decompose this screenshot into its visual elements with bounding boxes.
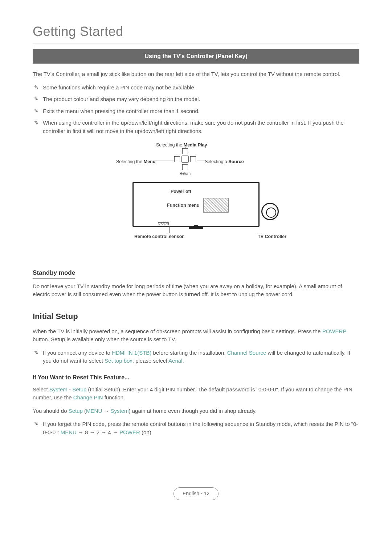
label-function-menu: Function menu: [167, 202, 200, 209]
tv-controller-icon: [261, 203, 279, 220]
note-item: When using the controller in the up/down…: [33, 119, 359, 135]
function-menu-icon: [203, 198, 229, 213]
note-item: If you forget the PIN code, press the re…: [33, 420, 359, 436]
keyword-settop: Set-top box: [105, 358, 132, 364]
leader-line: [169, 226, 170, 233]
reset-notes: If you forget the PIN code, press the re…: [33, 420, 359, 436]
standby-heading: Standby mode: [33, 268, 75, 279]
text-run: ) again at home even though you did in s…: [129, 408, 257, 414]
tv-stand-icon: [189, 227, 203, 229]
pad-right-icon: [190, 156, 196, 162]
keyword-menu: MENU: [86, 408, 102, 414]
text-run: button. Setup is available only when the…: [33, 336, 176, 342]
note-item: Exits the menu when pressing the control…: [33, 107, 359, 116]
keyword-power: POWER: [322, 328, 343, 334]
title-underline: [33, 44, 359, 44]
text-run: → 8 → 2 → 4 →: [77, 429, 119, 435]
initial-setup-notes: If you connect any device to HDMI IN 1(S…: [33, 349, 359, 365]
chapter-title: Getting Started: [33, 22, 359, 41]
keyword-hdmi: HDMI IN 1(STB): [112, 350, 151, 356]
keyword-change-pin: Change PIN: [73, 394, 103, 400]
keyword-channel-source: Channel Source: [227, 350, 266, 356]
initial-setup-heading: Initial Setup: [33, 310, 359, 322]
pad-center-icon: [181, 156, 189, 163]
leader-line: [154, 161, 173, 161]
text-run: Select: [33, 386, 49, 392]
keyword-system: System: [49, 386, 68, 392]
keyword-aerial: Aerial: [168, 358, 182, 364]
pad-left-icon: [174, 156, 180, 162]
note-list: Some functions which require a PIN code …: [33, 84, 359, 136]
label-remote-sensor: Remote control sensor: [134, 233, 184, 240]
label-bold: Menu: [144, 159, 156, 164]
label-text: Selecting the: [116, 159, 144, 164]
label-tv-controller: TV Controller: [258, 233, 286, 240]
initial-setup-paragraph: When the TV is initially powered on, a s…: [33, 327, 359, 344]
text-run: , please select: [132, 358, 168, 364]
standby-text: Do not leave your TV in standby mode for…: [33, 282, 359, 299]
text-run: before starting the installation,: [151, 350, 227, 356]
keyword-menu: MENU: [61, 429, 77, 435]
label-text: Selecting the: [156, 142, 184, 148]
label-bold: Source: [228, 159, 244, 164]
reset-heading: If You Want to Reset This Feature...: [33, 373, 359, 382]
text-run: If you connect any device to: [43, 350, 112, 356]
keyword-system: System: [111, 408, 129, 414]
label-bold: Media Play: [184, 142, 207, 148]
keyword-setup: Setup: [69, 408, 83, 414]
label-media-play: Selecting the Media Play: [156, 142, 207, 149]
note-item: The product colour and shape may vary de…: [33, 95, 359, 104]
page-footer: English - 12: [33, 487, 359, 500]
leader-line: [197, 161, 204, 161]
text-run: .: [182, 358, 184, 364]
power-symbol: P: [343, 328, 346, 334]
page-number-badge: English - 12: [173, 487, 219, 500]
keyword-power: POWER: [119, 429, 140, 435]
text-run: (: [83, 408, 86, 414]
label-power-off: Power off: [171, 188, 191, 195]
controller-diagram: Selecting the Media Play Selecting the M…: [65, 142, 327, 243]
intro-paragraph: The TV's Controller, a small joy stick l…: [33, 70, 359, 78]
text-run: →: [102, 408, 110, 414]
label-source: Selecting a Source: [205, 158, 244, 165]
note-item: Some functions which require a PIN code …: [33, 84, 359, 92]
label-menu: Selecting the Menu: [116, 158, 155, 165]
pad-up-icon: [182, 148, 188, 154]
pad-down-icon: [182, 164, 188, 170]
remote-sensor-icon: [158, 222, 169, 225]
note-item: If you connect any device to HDMI IN 1(S…: [33, 349, 359, 365]
text-run: -: [68, 386, 72, 392]
text-run: (on): [140, 429, 151, 435]
keyword-setup: Setup: [72, 386, 86, 392]
reset-paragraph-2: You should do Setup (MENU → System) agai…: [33, 407, 359, 415]
text-run: You should do: [33, 408, 69, 414]
reset-paragraph-1: Select System - Setup (Initial Setup). E…: [33, 386, 359, 402]
controller-pad-icon: [174, 148, 196, 170]
label-text: Selecting a: [205, 159, 228, 164]
label-return: Return: [180, 171, 191, 176]
text-run: function.: [103, 394, 125, 400]
text-run: When the TV is initially powered on, a s…: [33, 328, 322, 334]
section-bar: Using the TV's Controller (Panel Key): [33, 49, 359, 64]
